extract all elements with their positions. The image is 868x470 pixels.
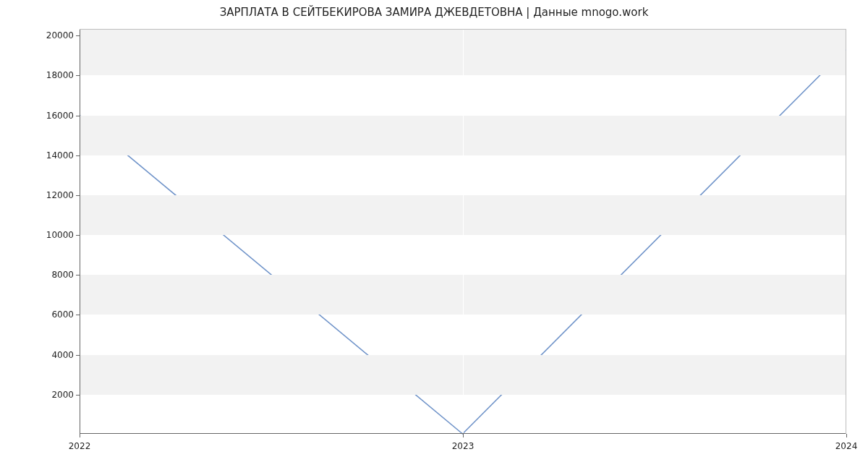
y-tick-mark bbox=[76, 75, 80, 76]
y-tick-label: 18000 bbox=[46, 70, 80, 80]
y-tick-mark bbox=[76, 275, 80, 275]
grid-line-vertical bbox=[463, 30, 464, 434]
y-axis-line bbox=[80, 30, 80, 434]
y-tick-mark bbox=[76, 395, 80, 396]
plot-area: 2000400060008000100001200014000160001800… bbox=[80, 29, 846, 434]
x-tick-mark bbox=[80, 434, 80, 437]
y-tick-label: 12000 bbox=[46, 190, 80, 200]
y-tick-label: 14000 bbox=[46, 150, 80, 161]
y-tick-label: 10000 bbox=[46, 230, 80, 240]
y-tick-mark bbox=[76, 235, 80, 236]
y-tick-label: 16000 bbox=[46, 111, 80, 121]
y-tick-mark bbox=[76, 116, 80, 116]
y-tick-mark bbox=[76, 195, 80, 196]
grid-line-vertical bbox=[846, 30, 847, 434]
y-tick-mark bbox=[76, 35, 80, 36]
y-tick-label: 20000 bbox=[46, 30, 80, 40]
y-tick-mark bbox=[76, 315, 80, 315]
x-tick-mark bbox=[463, 434, 464, 437]
y-tick-mark bbox=[76, 155, 80, 156]
x-tick-mark bbox=[846, 434, 847, 437]
chart-container: ЗАРПЛАТА В СЕЙТБЕКИРОВА ЗАМИРА ДЖЕВДЕТОВ… bbox=[0, 0, 868, 470]
y-tick-mark bbox=[76, 355, 80, 356]
chart-title: ЗАРПЛАТА В СЕЙТБЕКИРОВА ЗАМИРА ДЖЕВДЕТОВ… bbox=[0, 6, 868, 19]
